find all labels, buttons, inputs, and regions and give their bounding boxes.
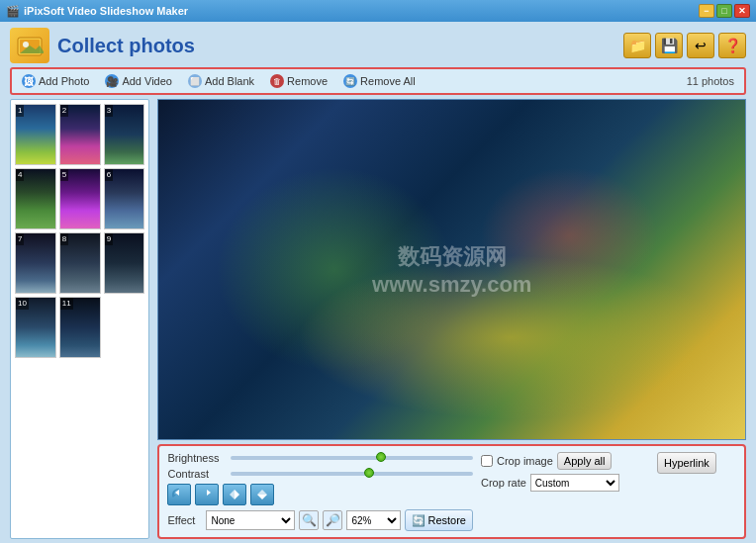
crop-rate-label: Crop rate <box>481 477 526 489</box>
help-button[interactable]: ❓ <box>718 33 746 58</box>
list-item[interactable]: 8 <box>59 232 101 294</box>
restore-icon: 🔄 <box>412 514 425 527</box>
crop-rate-row: Crop rate Custom 4:3 16:9 1:1 <box>481 474 649 492</box>
add-video-button[interactable]: 🎥 Add Video <box>101 72 176 90</box>
close-button[interactable]: ✕ <box>734 4 750 18</box>
contrast-label: Contrast <box>167 468 227 480</box>
remove-icon: 🗑 <box>270 74 284 88</box>
undo-button[interactable]: ↩ <box>687 33 714 58</box>
list-item[interactable]: 5 <box>59 168 101 229</box>
content-area: 1 2 3 4 5 <box>0 99 756 543</box>
brightness-slider[interactable] <box>231 456 473 460</box>
list-item[interactable]: 1 <box>15 104 56 165</box>
restore-button[interactable]: 🔄 Restore <box>405 509 473 531</box>
list-item[interactable]: 4 <box>15 168 56 229</box>
crop-image-label: Crop image <box>497 455 553 467</box>
photo-panel: 1 2 3 4 5 <box>10 99 149 539</box>
svg-marker-6 <box>230 490 235 499</box>
controls-right: Hyperlink <box>657 452 736 474</box>
header-left: Collect photos <box>10 28 195 63</box>
apply-all-button[interactable]: Apply all <box>557 452 613 470</box>
minimize-button[interactable]: − <box>699 4 714 18</box>
preview-area: 数码资源网 www.smzy.com <box>157 99 746 440</box>
header-icon <box>10 28 49 63</box>
header-area: Collect photos 📁 💾 ↩ ❓ <box>0 22 756 67</box>
right-panel: 数码资源网 www.smzy.com Brightness <box>157 99 746 539</box>
titlebar: 🎬 iPixSoft Video Slideshow Maker − □ ✕ <box>0 0 756 22</box>
page-title: Collect photos <box>57 35 195 57</box>
brightness-row: Brightness <box>167 452 473 464</box>
restore-button[interactable]: □ <box>716 4 732 18</box>
watermark: 数码资源网 www.smzy.com <box>372 242 531 298</box>
svg-point-2 <box>23 42 29 47</box>
zoom-out-button[interactable]: 🔎 <box>323 510 342 530</box>
crop-rate-select[interactable]: Custom 4:3 16:9 1:1 <box>530 474 619 492</box>
hyperlink-button[interactable]: Hyperlink <box>657 452 716 474</box>
collect-photos-icon <box>16 32 44 59</box>
contrast-thumb[interactable] <box>364 468 374 478</box>
crop-image-row: Crop image Apply all <box>481 452 649 470</box>
zoom-in-button[interactable]: 🔍 <box>299 510 319 530</box>
rotate-right-button[interactable] <box>195 484 219 505</box>
add-video-icon: 🎥 <box>105 74 119 88</box>
app-icon: 🎬 <box>6 5 20 18</box>
effect-select[interactable]: None Sepia Grayscale Blur Sharpen <box>206 510 295 530</box>
photo-count: 11 photos <box>687 75 738 87</box>
list-item[interactable]: 9 <box>104 232 145 294</box>
list-item[interactable]: 11 <box>59 297 101 358</box>
list-item[interactable]: 3 <box>104 104 145 165</box>
app-title: iPixSoft Video Slideshow Maker <box>24 5 188 17</box>
brightness-label: Brightness <box>167 452 227 464</box>
flip-v-button[interactable] <box>250 484 274 505</box>
list-item[interactable]: 7 <box>15 232 56 294</box>
effect-label: Effect <box>167 514 202 526</box>
controls-row: Brightness Contrast <box>167 452 736 531</box>
effect-row: Effect None Sepia Grayscale Blur Sharpen… <box>167 509 473 531</box>
add-blank-icon: ⬜ <box>188 74 202 88</box>
header-right-buttons: 📁 💾 ↩ ❓ <box>623 33 746 58</box>
remove-button[interactable]: 🗑 Remove <box>266 72 331 90</box>
zoom-select[interactable]: 25% 50% 62% 75% 100% <box>346 510 401 530</box>
rotate-left-button[interactable] <box>167 484 191 505</box>
titlebar-controls: − □ ✕ <box>699 4 750 18</box>
controls-left: Brightness Contrast <box>167 452 473 531</box>
add-blank-button[interactable]: ⬜ Add Blank <box>184 72 258 90</box>
list-item[interactable]: 6 <box>104 168 145 229</box>
add-photo-icon: 🖼 <box>22 74 36 88</box>
crop-image-checkbox[interactable] <box>481 455 493 467</box>
arrow-buttons <box>167 484 473 505</box>
contrast-slider[interactable] <box>231 472 473 476</box>
brightness-thumb[interactable] <box>376 452 386 462</box>
list-item[interactable]: 2 <box>59 104 101 165</box>
svg-marker-8 <box>257 490 267 495</box>
save-button[interactable]: 💾 <box>655 33 683 58</box>
add-photo-button[interactable]: 🖼 Add Photo <box>18 72 93 90</box>
controls-panel: Brightness Contrast <box>157 444 746 539</box>
titlebar-left: 🎬 iPixSoft Video Slideshow Maker <box>6 5 188 18</box>
remove-all-button[interactable]: 🔄 Remove All <box>339 72 420 90</box>
svg-marker-7 <box>235 490 239 499</box>
photo-grid: 1 2 3 4 5 <box>15 104 144 358</box>
controls-center: Crop image Apply all Crop rate Custom 4:… <box>481 452 649 492</box>
list-item[interactable]: 10 <box>15 297 56 358</box>
folder-button[interactable]: 📁 <box>623 33 651 58</box>
contrast-row: Contrast <box>167 468 473 480</box>
main-container: Collect photos 📁 💾 ↩ ❓ 🖼 Add Photo 🎥 Add… <box>0 22 756 543</box>
flip-h-button[interactable] <box>223 484 246 505</box>
svg-marker-9 <box>257 495 267 499</box>
remove-all-icon: 🔄 <box>343 74 357 88</box>
toolbar: 🖼 Add Photo 🎥 Add Video ⬜ Add Blank 🗑 Re… <box>10 67 746 95</box>
svg-marker-5 <box>207 490 211 496</box>
